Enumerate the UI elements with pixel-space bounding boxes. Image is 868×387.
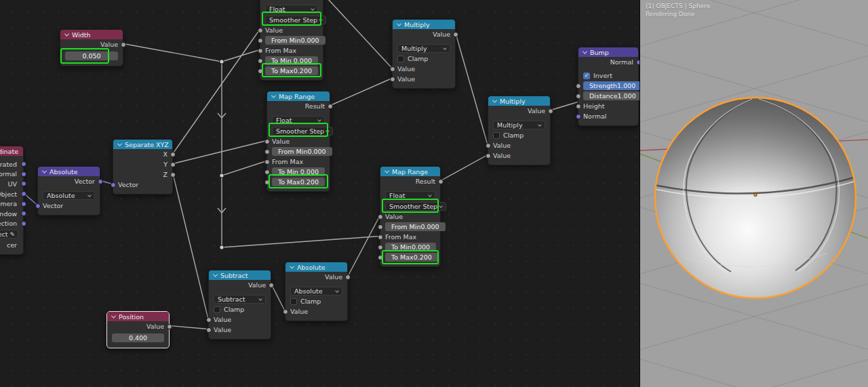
node-header[interactable]: Width xyxy=(60,30,123,39)
input-socket-to-min[interactable] xyxy=(378,245,383,250)
node-header[interactable]: Position xyxy=(107,312,169,321)
input-socket-from-max[interactable] xyxy=(264,159,270,165)
value-field[interactable]: 0.400 xyxy=(112,333,164,342)
input-socket-to-min[interactable] xyxy=(258,58,263,64)
node-map-range-2[interactable]: Map Range Result Float Smoother Step Val… xyxy=(267,91,330,192)
node-multiply-1[interactable]: Multiply Value Multiply Clamp Value Valu… xyxy=(392,19,456,89)
input-socket-value-2[interactable] xyxy=(206,327,212,333)
output-socket-y[interactable] xyxy=(170,162,176,167)
invert-checkbox[interactable]: ✓ xyxy=(583,73,590,79)
node-position[interactable]: Position Value 0.400 xyxy=(106,311,170,348)
node-header[interactable]: Separate XYZ xyxy=(113,140,172,149)
reroute-node[interactable] xyxy=(220,245,224,249)
node-header[interactable]: Map Range xyxy=(267,91,330,101)
node-header[interactable]: Bump xyxy=(578,47,638,57)
reroute-node[interactable] xyxy=(220,174,224,178)
input-socket-strength[interactable] xyxy=(576,83,581,89)
input-socket-vector[interactable] xyxy=(111,182,116,188)
node-link[interactable] xyxy=(222,237,380,248)
node-texture-coordinate[interactable]: rdinate nerated Normal UV Object Camera … xyxy=(0,146,24,255)
input-socket-to-min[interactable] xyxy=(264,169,270,175)
to-max-field[interactable]: To Max0.200 xyxy=(385,253,438,262)
node-header[interactable]: Map Range xyxy=(380,167,440,176)
input-socket-value[interactable] xyxy=(378,214,383,220)
clamp-checkbox[interactable] xyxy=(493,132,500,139)
strength-field[interactable]: Strength1.000 xyxy=(583,81,639,90)
node-link[interactable] xyxy=(170,326,208,329)
input-socket-value-2[interactable] xyxy=(486,153,491,159)
to-max-field[interactable]: To Max0.200 xyxy=(265,66,318,75)
data-type-dropdown[interactable]: Float xyxy=(265,5,318,14)
sphere-object[interactable] xyxy=(654,98,856,298)
node-link[interactable] xyxy=(348,216,380,277)
clamp-checkbox[interactable] xyxy=(214,306,220,313)
input-socket-from-min[interactable] xyxy=(378,224,383,230)
input-socket-from-min[interactable] xyxy=(264,149,270,155)
output-socket-value[interactable] xyxy=(121,42,126,47)
output-socket-generated[interactable] xyxy=(21,161,26,167)
output-socket-x[interactable] xyxy=(170,152,176,157)
input-socket-value-1[interactable] xyxy=(486,143,491,148)
to-min-field[interactable]: To Min0.000 xyxy=(265,56,318,65)
node-link[interactable] xyxy=(173,174,208,319)
node-link[interactable] xyxy=(271,285,285,311)
shader-node-editor[interactable]: rdinate nerated Normal UV Object Camera … xyxy=(0,0,639,387)
node-link[interactable] xyxy=(323,0,392,68)
input-socket-value-1[interactable] xyxy=(390,66,395,72)
input-socket-distance[interactable] xyxy=(576,94,581,99)
input-socket-value[interactable] xyxy=(283,309,288,314)
node-header[interactable]: Multiply xyxy=(393,20,455,29)
input-socket-normal[interactable] xyxy=(576,114,581,119)
node-link[interactable] xyxy=(551,102,578,110)
node-vector-absolute[interactable]: Absolute Vector Absolute Vector xyxy=(37,166,100,216)
node-link[interactable] xyxy=(173,141,267,164)
node-header[interactable]: Absolute xyxy=(38,167,100,176)
node-header[interactable]: Multiply xyxy=(488,96,550,106)
operation-dropdown[interactable]: Subtract xyxy=(214,295,266,304)
output-socket-object[interactable] xyxy=(21,191,26,197)
input-socket-value-1[interactable] xyxy=(206,317,212,323)
node-header[interactable]: Subtract xyxy=(209,270,271,280)
output-socket-result[interactable] xyxy=(438,179,443,184)
output-socket-normal[interactable] xyxy=(21,171,26,177)
output-socket-vector[interactable] xyxy=(98,179,103,184)
input-socket-from-min[interactable] xyxy=(258,38,263,43)
node-link[interactable] xyxy=(330,79,392,106)
output-socket-z[interactable] xyxy=(170,172,176,178)
input-socket-value[interactable] xyxy=(264,139,270,144)
object-picker-field[interactable]: ject ✎ xyxy=(0,230,18,239)
output-socket-window[interactable] xyxy=(21,211,26,216)
node-math-absolute[interactable]: Absolute Value Absolute Clamp Value xyxy=(285,262,348,321)
node-header[interactable]: rdinate xyxy=(0,146,23,156)
data-type-dropdown[interactable]: Float xyxy=(272,116,325,125)
output-socket-value[interactable] xyxy=(548,108,553,114)
input-socket-to-max[interactable] xyxy=(264,180,270,185)
output-socket-reflection[interactable] xyxy=(21,221,26,226)
distance-field[interactable]: Distance1.000 xyxy=(583,91,639,100)
output-socket-result[interactable] xyxy=(328,104,333,109)
output-socket-value[interactable] xyxy=(453,32,458,37)
clamp-checkbox[interactable] xyxy=(397,56,404,62)
3d-viewport[interactable]: (1) OBJECTS | Sphere Rendering Done xyxy=(639,0,868,387)
reroute-node[interactable] xyxy=(220,60,224,64)
node-link[interactable] xyxy=(222,50,260,62)
from-min-field[interactable]: From Min0.000 xyxy=(265,36,326,45)
output-socket-camera[interactable] xyxy=(21,201,26,207)
node-multiply-2[interactable]: Multiply Value Multiply Clamp Value Valu… xyxy=(488,96,551,165)
to-max-field[interactable]: To Max0.200 xyxy=(272,178,325,186)
input-socket-value-2[interactable] xyxy=(390,77,395,82)
to-min-field[interactable]: To Min0.000 xyxy=(272,167,325,176)
node-width[interactable]: Width Value 0.050 xyxy=(60,29,123,66)
data-type-dropdown[interactable]: Float xyxy=(385,191,435,200)
input-socket-from-max[interactable] xyxy=(378,235,383,240)
input-socket-to-max[interactable] xyxy=(378,255,383,260)
input-socket-vector[interactable] xyxy=(35,203,41,209)
eyedropper-icon[interactable]: ✎ xyxy=(9,231,15,238)
value-field[interactable]: 0.050 xyxy=(65,52,118,60)
output-socket-value[interactable] xyxy=(269,283,274,288)
input-socket-value[interactable] xyxy=(258,28,263,33)
from-min-field[interactable]: From Min0.000 xyxy=(385,222,446,231)
node-link[interactable] xyxy=(123,44,222,62)
node-link[interactable] xyxy=(173,30,260,154)
output-socket-normal[interactable] xyxy=(636,60,640,65)
